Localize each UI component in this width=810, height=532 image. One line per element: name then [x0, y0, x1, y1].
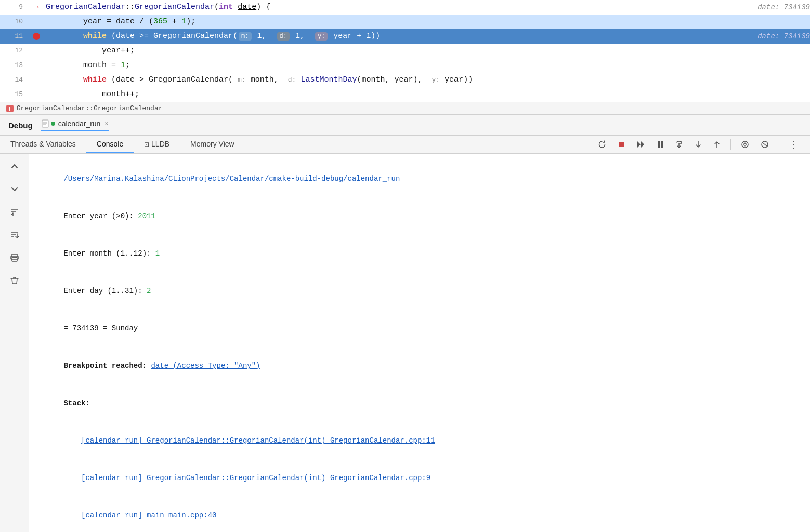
format-button[interactable] [6, 204, 23, 220]
console-output: /Users/Marina.Kalashina/CLionProjects/Ca… [29, 154, 810, 532]
stop-icon [617, 140, 625, 149]
pause-icon [657, 140, 664, 149]
toolbar-separator-1 [730, 139, 731, 150]
scroll-up-button[interactable] [6, 158, 23, 175]
line-content-9: GregorianCalendar::GregorianCalendar(int… [44, 0, 747, 15]
code-line-13: 13 month = 1; [0, 58, 810, 73]
tab-close-button[interactable]: × [103, 120, 109, 127]
step-out-button[interactable] [710, 139, 724, 150]
watchpoints-icon [740, 140, 750, 149]
watchpoints-button[interactable] [737, 139, 753, 150]
svg-point-14 [742, 141, 748, 148]
tab-memory-view[interactable]: Memory View [180, 136, 245, 153]
code-line-12: 12 year++; [0, 44, 810, 58]
hint-11: date: 734139 [747, 29, 810, 44]
code-line-10: 10 year = date / (365 + 1); [0, 15, 810, 29]
stack-frame-1-link[interactable]: [calendar_run] GregorianCalendar::Gregor… [81, 436, 435, 445]
line-gutter-9: → [29, 0, 44, 15]
svg-rect-4 [619, 142, 624, 147]
svg-rect-24 [12, 254, 17, 257]
line-number-14: 14 [0, 73, 29, 87]
format-icon [10, 208, 19, 216]
svg-rect-7 [658, 141, 660, 148]
console-frame-1: [calendar_run] GregorianCalendar::Gregor… [37, 422, 802, 459]
console-input-day: Enter day (1..31): 2 [37, 272, 802, 310]
svg-marker-5 [637, 141, 641, 148]
line-number-10: 10 [0, 15, 29, 29]
path-text: /Users/Marina.Kalashina/CLionProjects/Ca… [63, 175, 400, 183]
year-value: 2011 [138, 212, 155, 220]
console-input-year: Enter year (>0): 2011 [37, 197, 802, 235]
more-options-icon: ⋮ [789, 139, 799, 150]
year-prompt: Enter year (>0): [63, 212, 138, 220]
code-area: 9 → GregorianCalendar::GregorianCalendar… [0, 0, 810, 102]
svg-marker-6 [641, 141, 644, 148]
stack-frame-3-link[interactable]: [calendar_run] main main.cpp:40 [81, 511, 216, 520]
breadcrumb-bar: f GregorianCalendar::GregorianCalendar [0, 102, 810, 115]
sort-button[interactable] [6, 227, 23, 243]
console-sidebar [0, 154, 29, 532]
sort-icon [10, 231, 19, 239]
step-into-icon [694, 140, 702, 149]
lldb-icon: ⊡ [144, 141, 149, 148]
console-input-month: Enter month (1..12): 1 [37, 235, 802, 272]
debug-tab[interactable]: calendar_run × [41, 119, 110, 131]
editor-section: 9 → GregorianCalendar::GregorianCalendar… [0, 0, 810, 115]
svg-rect-0 [42, 120, 48, 127]
line-content-11: while (date >= GregorianCalendar(m: 1, d… [44, 29, 747, 44]
scroll-down-button[interactable] [6, 181, 23, 197]
indent-2 [63, 474, 81, 482]
tab-console[interactable]: Console [86, 136, 134, 153]
tab-running-dot [51, 122, 55, 126]
stop-button[interactable] [614, 139, 629, 150]
breadcrumb-badge: f [6, 105, 14, 112]
tab-file-icon [41, 119, 55, 128]
step-into-button[interactable] [691, 139, 706, 150]
step-out-icon [713, 140, 721, 149]
breakpoint-icon [33, 33, 40, 40]
print-button[interactable] [6, 249, 23, 266]
line-content-12: year++; [44, 44, 810, 58]
console-frame-3: [calendar_run] main main.cpp:40 [37, 497, 802, 532]
step-over-icon [674, 140, 684, 149]
indent-1 [63, 436, 81, 445]
scroll-down-icon [11, 185, 18, 193]
file-icon-svg [41, 119, 49, 128]
debug-toolbar: Debug calendar_run × [0, 115, 810, 136]
console-path-line: /Users/Marina.Kalashina/CLionProjects/Ca… [37, 160, 802, 197]
month-value: 1 [155, 249, 160, 258]
day-value: 2 [147, 287, 151, 295]
delete-icon [10, 276, 19, 285]
breakpoint-link[interactable]: date (Access Type: "Any") [151, 362, 260, 370]
tab-lldb[interactable]: ⊡ LLDB [134, 136, 180, 153]
code-line-11: 11 while (date >= GregorianCalendar(m: 1… [0, 29, 810, 44]
delete-button[interactable] [6, 272, 23, 289]
debug-title: Debug [8, 121, 33, 130]
result-text: = 734139 = Sunday [63, 324, 138, 332]
month-prompt: Enter month (1..12): [63, 249, 155, 258]
line-number-12: 12 [0, 44, 29, 58]
pause-button[interactable] [654, 139, 667, 150]
line-number-11: 11 [0, 29, 29, 44]
restart-button[interactable] [594, 139, 610, 150]
code-line-9: 9 → GregorianCalendar::GregorianCalendar… [0, 0, 810, 15]
line-number-9: 9 [0, 0, 29, 15]
step-over-button[interactable] [671, 139, 687, 150]
breadcrumb-text: GregorianCalendar::GregorianCalendar [17, 104, 163, 112]
tab-threads-variables[interactable]: Threads & Variables [0, 136, 86, 153]
console-stack-header: Stack: [37, 384, 802, 422]
panel-tabs: Threads & Variables Console ⊡ LLDB Memor… [0, 136, 810, 154]
breakpoint-reached-text: Breakpoint reached: [63, 362, 151, 370]
more-options-button[interactable]: ⋮ [786, 138, 802, 151]
svg-point-15 [744, 143, 746, 145]
line-content-10: year = date / (365 + 1); [44, 15, 810, 29]
mute-icon [760, 140, 769, 149]
mute-button[interactable] [757, 139, 773, 150]
stack-frame-2-link[interactable]: [calendar_run] GregorianCalendar::Gregor… [81, 474, 430, 482]
svg-point-27 [16, 257, 17, 258]
code-line-15: 15 month++; [0, 87, 810, 102]
hint-9: date: 734139 [747, 0, 810, 15]
line-gutter-11 [29, 33, 44, 40]
console-result: = 734139 = Sunday [37, 310, 802, 347]
resume-button[interactable] [633, 139, 649, 150]
